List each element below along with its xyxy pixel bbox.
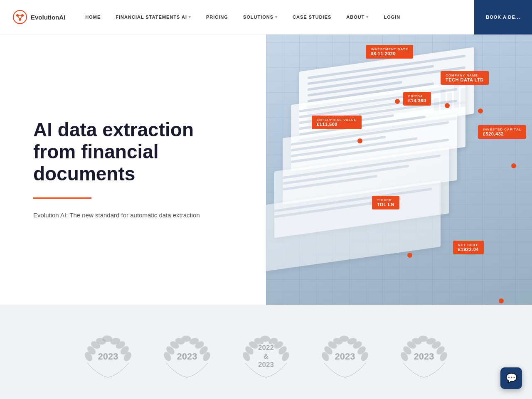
dot-netdebt xyxy=(499,298,504,303)
tooltip-enterprise-value: ENTERPRISE VALUE £111,500 xyxy=(312,116,362,129)
award-badge-3: 2022&2023 xyxy=(239,330,293,384)
svg-point-0 xyxy=(13,10,27,24)
award-badge-1: 2023 xyxy=(81,330,135,384)
logo-text: EvolutionAI xyxy=(31,14,65,21)
dot-investment xyxy=(395,99,400,104)
nav-solutions[interactable]: SOLUTIONS ▾ xyxy=(236,0,285,34)
chat-icon: 💬 xyxy=(506,373,517,384)
tooltip-investment-date: INVESTMENT DATE 08.11.2020 xyxy=(366,45,413,59)
book-demo-button[interactable]: BOOK A DE... xyxy=(474,0,532,34)
svg-point-29 xyxy=(261,336,270,342)
svg-line-5 xyxy=(17,15,20,20)
award-wreath-3: 2022&2023 xyxy=(239,330,293,384)
nav-home[interactable]: HOME xyxy=(78,0,108,34)
award-badge-2: 2023 xyxy=(160,330,214,384)
hero-content: AI data extraction from financial docume… xyxy=(0,34,266,305)
award-year-4: 2023 xyxy=(335,352,355,362)
nav-pricing[interactable]: PRICING xyxy=(199,0,236,34)
chevron-icon: ▾ xyxy=(189,15,191,19)
chevron-icon: ▾ xyxy=(366,15,369,19)
svg-line-6 xyxy=(20,15,22,20)
hero-divider xyxy=(33,197,91,199)
nav-login[interactable]: LOGIN xyxy=(376,0,408,34)
chevron-icon: ▾ xyxy=(275,15,278,19)
hero-subtitle: Evolution AI: The new standard for autom… xyxy=(33,210,241,220)
dot-ebitda xyxy=(445,103,450,108)
tooltip-ticker: TICKER TDL LN xyxy=(372,196,399,209)
svg-point-20 xyxy=(182,336,191,342)
award-wreath-5: 2023 xyxy=(397,330,451,384)
tooltip-invested-capital: INVESTED CAPITAL £520,432 xyxy=(478,125,526,139)
nav-financial-statements-ai[interactable]: FINANCIAL STATEMENTS AI ▾ xyxy=(108,0,199,34)
svg-point-47 xyxy=(419,336,428,342)
award-year-2: 2023 xyxy=(177,352,197,362)
hero-section: AI data extraction from financial docume… xyxy=(0,34,532,305)
logo-link[interactable]: EvolutionAI xyxy=(0,10,78,25)
svg-point-11 xyxy=(103,336,112,342)
logo-icon xyxy=(12,10,27,25)
award-badge-4: 2023 xyxy=(318,330,372,384)
chat-button[interactable]: 💬 xyxy=(500,367,522,389)
award-year-1: 2023 xyxy=(98,352,118,362)
awards-section: 2023 2023 xyxy=(0,305,532,399)
dot-company xyxy=(478,108,483,113)
award-year-5: 2023 xyxy=(414,352,434,362)
dot-ticker xyxy=(407,253,412,258)
hero-visual: INVESTMENT DATE 08.11.2020 COMPANY NAME … xyxy=(266,34,532,305)
dot-enterprise xyxy=(357,138,362,143)
hero-title: AI data extraction from financial docume… xyxy=(33,119,241,185)
nav-case-studies[interactable]: CASE STUDIES xyxy=(285,0,339,34)
award-year-3: 2022&2023 xyxy=(258,344,274,369)
svg-point-38 xyxy=(340,336,349,342)
navbar: EvolutionAI HOME FINANCIAL STATEMENTS AI… xyxy=(0,0,532,34)
award-badge-5: 2023 xyxy=(397,330,451,384)
tooltip-ebitda: EBITDA £14,360 xyxy=(403,92,431,106)
tooltip-net-debt: NET DEBT £1922.04 xyxy=(453,241,484,254)
nav-links: HOME FINANCIAL STATEMENTS AI ▾ PRICING S… xyxy=(78,0,474,34)
tooltip-company-name: COMPANY NAME TECH DATA LTD xyxy=(441,71,489,85)
nav-about[interactable]: ABOUT ▾ xyxy=(339,0,376,34)
award-wreath-2: 2023 xyxy=(160,330,214,384)
award-wreath-4: 2023 xyxy=(318,330,372,384)
award-wreath-1: 2023 xyxy=(81,330,135,384)
dot-invested xyxy=(511,163,516,168)
